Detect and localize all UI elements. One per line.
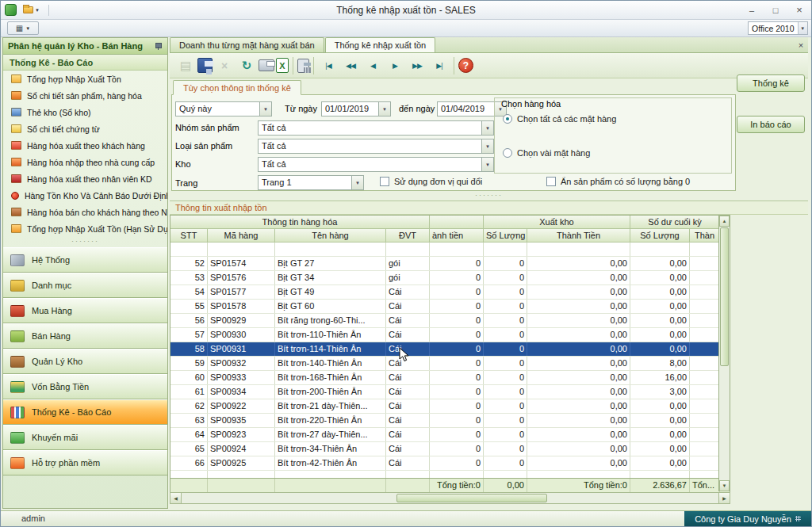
table-row[interactable]: 59SP00932Bít trơn-140-Thiên ÂnCái000,008… bbox=[170, 357, 730, 371]
refresh-icon[interactable]: ↻ bbox=[236, 56, 257, 75]
sidebar-item[interactable]: Hàng hóa xuất theo khách hàng bbox=[3, 137, 167, 154]
table-row[interactable]: 61SP00934Bít trơn-200-Thiên ÂnCái000,003… bbox=[170, 385, 730, 399]
hide-zero-checkbox[interactable]: Ẩn sản phẩm có số lượng bằng 0 bbox=[546, 177, 690, 186]
grid-cell: 0,00 bbox=[527, 456, 630, 470]
grid-cell: 16,00 bbox=[630, 371, 690, 384]
sidebar-item[interactable]: Hàng hóa nhập theo nhà cung cấp bbox=[3, 154, 167, 170]
sidebar-item[interactable]: Sổ chi tiết sản phẩm, hàng hóa bbox=[3, 87, 167, 104]
sidebar-module-item[interactable]: Mua Hàng bbox=[3, 298, 167, 323]
grid-column-header[interactable]: Tên hàng bbox=[275, 229, 386, 242]
sidebar-item[interactable]: Thẻ kho (Sổ kho) bbox=[3, 104, 167, 120]
vertical-scrollbar[interactable]: ▲ ▼ bbox=[718, 216, 730, 491]
document-tab[interactable]: Doanh thu từng mặt hàng xuất bán bbox=[170, 37, 324, 52]
table-row[interactable]: 54SP01577Bịt GT 49Cái000,000,00 bbox=[170, 285, 730, 300]
sidebar-module-item[interactable]: Hệ Thống bbox=[3, 247, 167, 273]
grid-column-header[interactable]: STT bbox=[170, 229, 208, 242]
help-icon[interactable]: ? bbox=[458, 58, 473, 73]
period-select[interactable]: Quý này ▼ bbox=[175, 101, 272, 116]
sidebar-item[interactable]: Tổng hợp Nhập Xuất Tồn (Hạn Sử Dụng)▾ bbox=[3, 220, 167, 237]
table-row[interactable] bbox=[170, 471, 730, 478]
sidebar-module-item[interactable]: Danh mục bbox=[3, 273, 167, 298]
sidebar-item-label: Hàng hóa bán cho khách hàng theo NVKD bbox=[27, 208, 167, 217]
sidebar-item[interactable]: Sổ chi tiết chứng từ bbox=[3, 120, 167, 137]
grid-cell: Cái bbox=[386, 300, 430, 313]
table-row[interactable]: 56SP00929Bít răng trong-60-Thi...Cái000,… bbox=[170, 314, 730, 328]
vscroll-thumb[interactable] bbox=[720, 227, 729, 366]
horizontal-scrollbar[interactable]: ◀ ▶ bbox=[170, 492, 730, 504]
scroll-left-icon[interactable]: ◀ bbox=[170, 493, 182, 503]
sidebar-item[interactable]: Hàng Tồn Kho Và Cảnh Báo Dưới Định Mức bbox=[3, 187, 167, 204]
sidebar-item[interactable]: Tổng hợp Nhập Xuất Tồn bbox=[3, 71, 167, 87]
product-group-label: Nhóm sản phẩm bbox=[175, 123, 239, 132]
table-row[interactable]: 52SP01574Bịt GT 27gói000,000,00 bbox=[170, 257, 730, 271]
statistics-button[interactable]: Thống kê bbox=[737, 74, 805, 92]
table-row[interactable]: 65SP00924Bít trơn-34-Thiên ÂnCái000,000,… bbox=[170, 442, 730, 456]
radio-some-items[interactable]: Chọn vài mặt hàng bbox=[503, 148, 590, 158]
panel-splitter[interactable]: ······· bbox=[170, 191, 808, 199]
scroll-right-icon[interactable]: ▶ bbox=[718, 493, 730, 503]
grid-group-header bbox=[430, 216, 484, 229]
table-row[interactable]: 63SP00935Bít trơn-220-Thiên ÂnCái000,000… bbox=[170, 414, 730, 428]
table-row[interactable]: 66SP00925Bít trơn-42-Thiên ÂnCái000,000,… bbox=[170, 456, 730, 471]
table-row[interactable]: 57SP00930Bít trơn-110-Thiên ÂnCái000,000… bbox=[170, 328, 730, 342]
product-group-select[interactable]: Tất cả ▼ bbox=[258, 120, 494, 136]
sidebar-module-item[interactable]: Quản Lý Kho bbox=[3, 349, 167, 374]
table-row[interactable]: 60SP00933Bít trơn-168-Thiên ÂnCái000,001… bbox=[170, 371, 730, 385]
sidebar-module-active[interactable]: Thống Kê - Báo Cáo bbox=[3, 399, 167, 425]
sidebar-item[interactable]: Hàng hóa xuất theo nhân viên KD bbox=[3, 170, 167, 187]
table-row[interactable] bbox=[170, 242, 730, 257]
print-icon[interactable] bbox=[259, 59, 274, 71]
pin-icon[interactable] bbox=[155, 42, 163, 50]
table-row[interactable]: 58SP00931Bít trơn-114-Thiên ÂnCái000,000… bbox=[170, 342, 730, 357]
quick-access-button[interactable]: ▼ bbox=[20, 5, 43, 15]
document-tab[interactable]: Thống kê nhập xuất tồn bbox=[325, 37, 436, 52]
table-row[interactable]: 53SP01576Bịt GT 34gói000,000,00 bbox=[170, 271, 730, 285]
product-type-select[interactable]: Tất cả ▼ bbox=[258, 139, 494, 154]
grid-column-header[interactable]: Thành Tiền bbox=[527, 229, 630, 242]
maximize-button[interactable]: □ bbox=[764, 2, 787, 18]
nav-prev-icon[interactable]: ◀ bbox=[362, 56, 383, 75]
sidebar-module-item[interactable]: Khuyến mãi bbox=[3, 425, 167, 450]
filter-options-tab[interactable]: Tùy chọn thông tin thống kê bbox=[173, 80, 301, 95]
grid-column-header[interactable]: ành tiền bbox=[430, 229, 484, 242]
minimize-button[interactable]: – bbox=[740, 2, 764, 18]
from-date-input[interactable]: 01/01/2019 ▼ bbox=[321, 101, 391, 116]
table-row[interactable]: 64SP00923Bít trơn-27 dày-Thiên...Cái000,… bbox=[170, 428, 730, 442]
nav-last-icon[interactable]: ▶| bbox=[429, 56, 450, 75]
scroll-up-icon[interactable]: ▲ bbox=[719, 216, 730, 227]
print-report-button[interactable]: In báo cáo bbox=[737, 116, 805, 133]
nav-next-icon[interactable]: ▶ bbox=[385, 56, 405, 75]
theme-select[interactable]: Office 2010 ▼ bbox=[748, 21, 808, 35]
grid-column-header[interactable]: Thàn bbox=[690, 229, 720, 242]
grid-column-header[interactable]: Mã hàng bbox=[208, 229, 275, 242]
close-button[interactable]: × bbox=[787, 2, 811, 18]
hscroll-thumb[interactable] bbox=[396, 494, 547, 502]
nav-fast-prev-icon[interactable]: ◀◀ bbox=[340, 56, 361, 75]
sidebar-splitter-dots[interactable]: ······· bbox=[3, 237, 167, 247]
nav-first-icon[interactable]: |◀ bbox=[318, 56, 339, 75]
radio-all-items[interactable]: Chọn tất cả các mặt hàng bbox=[503, 114, 616, 124]
grid-column-header[interactable]: Số Lượng bbox=[630, 229, 690, 242]
use-unit-conversion-checkbox[interactable]: Sử dụng đơn vị qui đổi bbox=[380, 177, 482, 186]
grid-column-header[interactable]: ĐVT bbox=[386, 229, 430, 242]
save-icon[interactable] bbox=[197, 58, 213, 73]
warehouse-select[interactable]: Tất cả ▼ bbox=[258, 157, 494, 172]
export-excel-icon[interactable] bbox=[276, 58, 289, 73]
grid-cell bbox=[690, 371, 720, 384]
table-row[interactable]: 55SP01578Bịt GT 60Cái000,000,00 bbox=[170, 300, 730, 314]
scroll-down-icon[interactable]: ▼ bbox=[719, 480, 730, 491]
grid-cell: Cái bbox=[386, 285, 430, 299]
grid-cell: 62 bbox=[170, 399, 208, 413]
grid-cell bbox=[690, 442, 720, 456]
close-tab-icon[interactable]: × bbox=[794, 40, 808, 50]
sidebar-module-item[interactable]: Hỗ trợ phần mềm bbox=[3, 450, 167, 475]
layout-switcher[interactable]: ▦ ▼ bbox=[7, 21, 39, 35]
table-row[interactable]: 62SP00922Bít trơn-21 dày-Thiên...Cái000,… bbox=[170, 399, 730, 414]
sidebar-item[interactable]: Hàng hóa bán cho khách hàng theo NVKD bbox=[3, 204, 167, 220]
page-select[interactable]: Trang 1 ▼ bbox=[258, 175, 364, 190]
sidebar-module-item[interactable]: Vốn Bằng Tiền bbox=[3, 374, 167, 399]
sidebar-module-item[interactable]: Bán Hàng bbox=[3, 323, 167, 349]
nav-fast-next-icon[interactable]: ▶▶ bbox=[407, 56, 427, 75]
grid-column-header[interactable]: Số Lượng bbox=[484, 229, 527, 242]
calculator-icon[interactable] bbox=[297, 59, 309, 73]
